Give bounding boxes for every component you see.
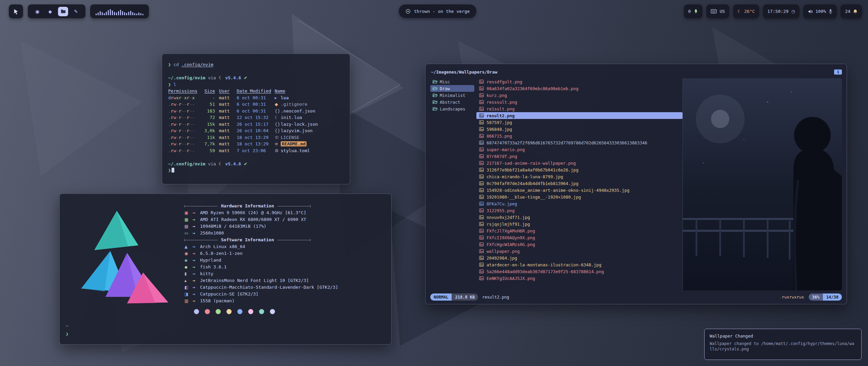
file-item[interactable]: 3126f7e9bbf21a8a4af0b67b041c6e26.jpg [476, 166, 683, 173]
file-item[interactable]: ressdfgult.png [476, 78, 683, 85]
file-size: - [199, 95, 215, 101]
workspace-2[interactable]: ◆ [45, 7, 55, 16]
file-name-cell: ▸lua [275, 95, 289, 101]
volume-module[interactable]: 100% [803, 4, 837, 18]
permissions: .rw-r--r-- [168, 101, 199, 108]
arrow-icon: → [193, 284, 200, 291]
file-item[interactable]: rsjqojlmjhf91.jpg [476, 221, 683, 227]
file-owner: matt [219, 108, 233, 115]
file-item[interactable]: 8FKa7Cu.jpeg [476, 200, 683, 207]
file-name: re1sult.png [487, 106, 515, 111]
file-item[interactable]: 87r687df.png [476, 153, 683, 160]
file-item[interactable]: 5a266e448add93deab367d87173e9f25-6837886… [476, 268, 683, 275]
sidebar-folder[interactable]: Landscapes [430, 105, 474, 112]
file-item[interactable]: chica-mirando-la-luna-8799.jpg [476, 173, 683, 180]
file-name: 19201080-__blue-tinge__-1920×1080.jpg [487, 195, 581, 200]
file-item[interactable]: 0c794faf07de24a4db4d4fb1eb813964.jpg [476, 180, 683, 187]
file-item[interactable]: 866715.png [476, 133, 683, 139]
file-item[interactable]: nnvuv0xj2df71.jpg [476, 214, 683, 221]
file-item[interactable]: 154928-odinokoe_anime-art-anime-okno-sin… [476, 187, 683, 194]
file-owner: matt [219, 147, 233, 154]
file-item[interactable]: FXfcHgcWIAMzs0G.png [476, 241, 683, 248]
clock-module[interactable]: 17:50:29 ◷ [763, 4, 800, 18]
kernel-icon: ◉ [184, 250, 193, 257]
file-item[interactable]: 596848.jpg [476, 126, 683, 133]
file-name: FXfcII0X0AQyn9X.png [487, 235, 535, 240]
info-value: 10948MiB / 64183MiB (17%) [200, 223, 267, 230]
workspace-3[interactable] [58, 7, 68, 16]
workspace-4[interactable]: ✎ [71, 7, 81, 16]
file-size: 59 [199, 147, 215, 154]
file-name: wallpaper.png [487, 249, 520, 254]
check-icon: ✔ [244, 75, 248, 80]
speaker-icon [808, 9, 813, 14]
folder-name: Minimalist [440, 93, 465, 98]
file-item[interactable]: FXfcJlTXgAMvH6R.png [476, 227, 683, 234]
updates-module[interactable]: 0 [684, 4, 703, 18]
keyboard-layout: US [719, 9, 725, 14]
info-value: 868x366 [200, 230, 224, 237]
visualizer-bar [116, 13, 117, 15]
info-value: kitty [200, 270, 213, 277]
sidebar-folder[interactable]: Minimalist [430, 92, 474, 99]
file-name: rsjqojlmjhf91.jpg [487, 222, 530, 227]
file-item[interactable]: FXfcII0X0AQyn9X.png [476, 234, 683, 241]
check-icon: ✔ [244, 161, 248, 166]
command-line: ❯ l [168, 81, 344, 88]
visualizer-bar [114, 12, 115, 15]
file-date: 6 oct 00:31 [237, 101, 275, 108]
image-icon [479, 276, 484, 280]
json-icon: {} [275, 121, 281, 128]
file-row: .rw-r--r-- 15k matt 26 oct 15:17 {}lazy-… [168, 121, 344, 128]
visualizer-bar [136, 14, 137, 15]
arrow-icon: → [193, 223, 200, 230]
file-item[interactable]: kurz.png [476, 92, 683, 99]
file-item[interactable]: 19201080-__blue-tinge__-1920×1080.jpg [476, 194, 683, 200]
file-item[interactable]: 217167-sad-anime-rain-wallpaper.png [476, 160, 683, 166]
media-title-module[interactable]: thrown - on the verge [399, 4, 476, 18]
file-item[interactable]: atardecer-en-la-montanas-ilustracion-634… [476, 261, 683, 268]
workspace-1[interactable]: ◉ [32, 7, 42, 16]
file-item[interactable]: 20492984.jpg [476, 255, 683, 261]
file-name: kurz.png [487, 93, 507, 98]
arrow-icon: → [193, 298, 200, 304]
launcher-button[interactable] [9, 4, 23, 18]
image-icon [479, 141, 484, 145]
file-item[interactable]: resssult.png [476, 99, 683, 105]
file-item[interactable]: 08a634fa02a32364f69ebc86a98eb1eb.png [476, 85, 683, 92]
file-item[interactable]: 68747470733a2f2f696d616765732d7769786d70… [476, 139, 683, 146]
git-icon: ◆ [275, 101, 281, 108]
visualizer-bar [122, 11, 123, 15]
file-item[interactable]: 3122955.png [476, 207, 683, 214]
file-name-cell: {}lazyvim.json [275, 127, 313, 134]
file-item[interactable]: super-mario.png [476, 146, 683, 153]
cpu-icon: ▣ [184, 209, 193, 216]
folder-icon [61, 9, 66, 14]
tab-badge[interactable]: 1 [834, 69, 842, 75]
file-name-cell: {}lazy-lock.json [275, 121, 318, 128]
visualizer-bar [132, 12, 133, 15]
sidebar-folder[interactable]: Misc [430, 78, 474, 85]
file-item[interactable]: result2.png [476, 112, 683, 119]
file-item[interactable]: wallpaper.png [476, 248, 683, 255]
notifications-module[interactable]: 24 [841, 4, 862, 18]
info-value: fish 3.6.1 [200, 264, 226, 270]
prompt-context: ~/.config/nvim via ☾ v5.4.6 ✔ [168, 75, 344, 81]
file-name: stylua.toml [281, 148, 310, 153]
notification-toast[interactable]: Wallpaper Changed Wallpaper changed to /… [704, 329, 862, 360]
arrow-icon: → [193, 209, 200, 216]
sidebar-folder[interactable]: Abstract [430, 99, 474, 105]
file-item[interactable]: 587597.jpg [476, 119, 683, 126]
text-cursor [172, 168, 174, 172]
image-icon [479, 188, 484, 192]
keyboard-module[interactable]: US [706, 4, 729, 18]
weather-module[interactable]: ☾ 26°C [733, 4, 759, 18]
sidebar-folder[interactable]: Draw [430, 85, 474, 92]
file-item[interactable]: EeNKYgIUcAAJ5JX.png [476, 275, 683, 282]
folder-icon [433, 100, 437, 104]
arrow-icon: → [193, 264, 200, 270]
file-date: 12 oct 15:32 [237, 114, 275, 121]
file-item[interactable]: re1sult.png [476, 105, 683, 112]
image-icon [479, 229, 484, 233]
topbar: ◉ ◆ ✎ thrown - on the verge 0 [0, 0, 868, 19]
